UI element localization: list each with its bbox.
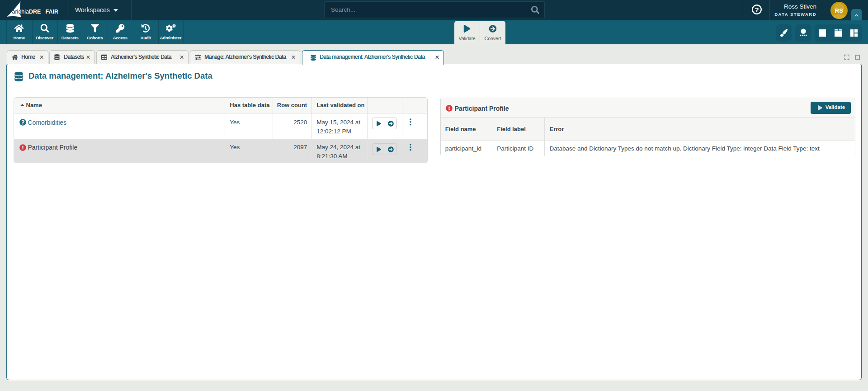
svg-text:FAIR: FAIR bbox=[46, 9, 58, 15]
svg-text:DRE: DRE bbox=[29, 9, 41, 15]
